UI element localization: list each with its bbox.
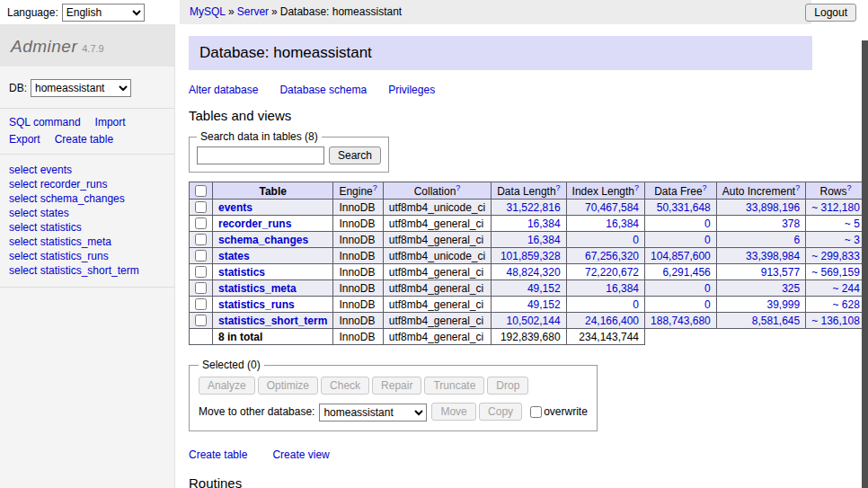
sidebar-item-select-statistics[interactable]: select statistics xyxy=(9,220,165,235)
rows-count-link[interactable]: ~ 569,159 xyxy=(811,266,860,279)
table-link[interactable]: states xyxy=(218,250,250,262)
optimize-button[interactable]: Optimize xyxy=(258,377,318,395)
language-select[interactable]: English xyxy=(62,4,145,22)
analyze-button[interactable]: Analyze xyxy=(199,377,255,395)
help-icon[interactable]: ? xyxy=(703,183,707,192)
table-link[interactable]: events xyxy=(218,201,252,214)
data-free-link[interactable]: 188,743,680 xyxy=(651,315,711,327)
row-checkbox[interactable] xyxy=(195,298,207,310)
table-link[interactable]: statistics_short_term xyxy=(218,315,327,327)
row-checkbox[interactable] xyxy=(195,282,207,294)
row-checkbox[interactable] xyxy=(195,315,207,326)
row-checkbox[interactable] xyxy=(195,217,207,229)
data-length-link[interactable]: 16,384 xyxy=(527,234,561,246)
overwrite-checkbox[interactable] xyxy=(530,406,542,418)
move-button[interactable]: Move xyxy=(431,403,475,421)
index-length-link[interactable]: 72,220,672 xyxy=(585,266,639,279)
database-schema-link[interactable]: Database schema xyxy=(279,84,367,96)
table-link[interactable]: statistics xyxy=(218,266,265,279)
search-button[interactable]: Search xyxy=(329,146,381,164)
rows-count-link[interactable]: ~ 299,833 xyxy=(811,250,860,262)
index-length-link[interactable]: 24,166,400 xyxy=(585,315,639,327)
auto-increment-link[interactable]: 6 xyxy=(793,234,800,246)
sidebar-link-export[interactable]: Export xyxy=(9,133,40,146)
row-checkbox[interactable] xyxy=(195,234,207,245)
data-free-link[interactable]: 104,857,600 xyxy=(651,250,711,262)
data-length-link[interactable]: 101,859,328 xyxy=(500,250,561,262)
rows-count-link[interactable]: ~ 312,180 xyxy=(811,201,860,214)
sidebar-link-sql-command[interactable]: SQL command xyxy=(9,116,81,129)
data-free-link[interactable]: 0 xyxy=(704,282,711,295)
rows-count-link[interactable]: ~ 5 xyxy=(845,217,860,230)
data-length-link[interactable]: 31,522,816 xyxy=(507,201,561,214)
rows-count-link[interactable]: ~ 136,108 xyxy=(811,315,860,327)
table-link[interactable]: recorder_runs xyxy=(218,217,291,230)
row-checkbox[interactable] xyxy=(195,250,207,262)
data-free-link[interactable]: 50,331,648 xyxy=(657,201,711,214)
sidebar-item-select-states[interactable]: select states xyxy=(9,206,165,220)
data-length-link[interactable]: 10,502,144 xyxy=(507,315,561,327)
sidebar-item-select-statistics-runs[interactable]: select statistics_runs xyxy=(9,249,165,263)
index-length-link[interactable]: 70,467,584 xyxy=(585,201,639,214)
index-length-link[interactable]: 16,384 xyxy=(606,282,639,295)
overwrite-toggle[interactable]: overwrite xyxy=(528,405,588,418)
row-checkbox[interactable] xyxy=(195,201,207,213)
create-table-link[interactable]: Create table xyxy=(189,448,247,461)
index-length-link[interactable]: 67,256,320 xyxy=(585,250,639,262)
search-input[interactable] xyxy=(197,146,324,164)
sidebar-item-select-schema-changes[interactable]: select schema_changes xyxy=(9,191,165,206)
data-free-link[interactable]: 6,291,456 xyxy=(662,266,710,279)
index-length-link[interactable]: 0 xyxy=(633,234,639,246)
rows-count-link[interactable]: ~ 3 xyxy=(845,234,860,246)
table-link[interactable]: schema_changes xyxy=(218,234,308,246)
rows-count-link[interactable]: ~ 244 xyxy=(833,282,860,295)
breadcrumb-mysql-link[interactable]: MySQL xyxy=(190,5,226,18)
rows-count-link[interactable]: ~ 628 xyxy=(833,298,860,311)
table-link[interactable]: statistics_meta xyxy=(218,282,297,295)
data-free-link[interactable]: 0 xyxy=(704,234,711,246)
help-icon[interactable]: ? xyxy=(847,183,852,192)
copy-button[interactable]: Copy xyxy=(479,403,522,421)
repair-button[interactable]: Repair xyxy=(372,377,421,395)
help-icon[interactable]: ? xyxy=(634,183,639,192)
help-icon[interactable]: ? xyxy=(556,183,561,192)
data-free-link[interactable]: 0 xyxy=(704,298,711,311)
auto-increment-link[interactable]: 33,898,196 xyxy=(746,201,800,214)
data-length-link[interactable]: 48,824,320 xyxy=(507,266,561,279)
auto-increment-link[interactable]: 913,577 xyxy=(761,266,800,279)
help-icon[interactable]: ? xyxy=(456,183,460,192)
help-icon[interactable]: ? xyxy=(373,183,377,192)
row-checkbox[interactable] xyxy=(195,266,207,278)
auto-increment-link[interactable]: 8,581,645 xyxy=(752,315,800,327)
sidebar-item-select-statistics-short-term[interactable]: select statistics_short_term xyxy=(9,263,165,278)
move-db-select[interactable]: homeassistant xyxy=(319,404,427,421)
index-length-link[interactable]: 16,384 xyxy=(606,217,639,230)
drop-button[interactable]: Drop xyxy=(487,377,528,395)
scrollbar[interactable] xyxy=(862,40,868,488)
auto-increment-link[interactable]: 378 xyxy=(782,217,800,230)
table-link[interactable]: statistics_runs xyxy=(218,298,295,311)
sidebar-link-import[interactable]: Import xyxy=(95,116,126,129)
index-length-link[interactable]: 0 xyxy=(633,298,639,311)
select-all-checkbox[interactable] xyxy=(195,185,207,197)
check-button[interactable]: Check xyxy=(321,377,369,395)
truncate-button[interactable]: Truncate xyxy=(424,377,484,395)
data-length-link[interactable]: 49,152 xyxy=(527,282,561,295)
sidebar-link-create-table[interactable]: Create table xyxy=(55,133,113,146)
sidebar-item-select-events[interactable]: select events xyxy=(9,163,165,177)
privileges-link[interactable]: Privileges xyxy=(388,84,435,96)
auto-increment-link[interactable]: 33,398,984 xyxy=(746,250,800,262)
auto-increment-link[interactable]: 325 xyxy=(782,282,800,295)
breadcrumb-server-link[interactable]: Server xyxy=(237,5,269,18)
help-icon[interactable]: ? xyxy=(795,183,800,192)
auto-increment-link[interactable]: 39,999 xyxy=(766,298,800,311)
data-free-link[interactable]: 0 xyxy=(704,217,711,230)
sidebar-item-select-recorder-runs[interactable]: select recorder_runs xyxy=(9,177,165,191)
create-view-link[interactable]: Create view xyxy=(272,448,329,461)
db-select[interactable]: homeassistant xyxy=(31,79,131,97)
data-length-link[interactable]: 49,152 xyxy=(527,298,561,311)
alter-database-link[interactable]: Alter database xyxy=(189,84,258,96)
sidebar-item-select-statistics-meta[interactable]: select statistics_meta xyxy=(9,235,165,249)
logout-button[interactable]: Logout xyxy=(805,4,856,22)
data-length-link[interactable]: 16,384 xyxy=(527,217,561,230)
